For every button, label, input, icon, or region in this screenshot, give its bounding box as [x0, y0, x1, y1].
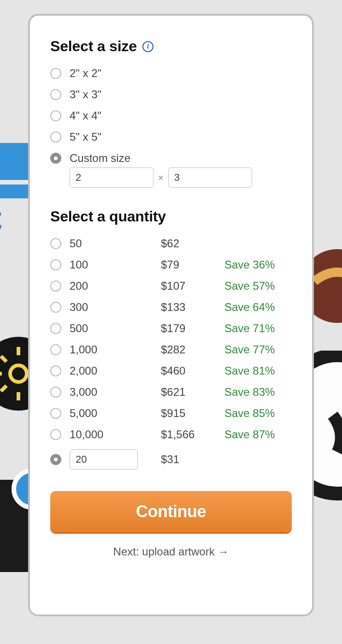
- radio-icon[interactable]: [50, 365, 61, 376]
- custom-size-inputs: ×: [70, 167, 292, 188]
- quantity-label: 200: [70, 280, 153, 292]
- size-option-label: 3" x 3": [70, 88, 101, 101]
- quantity-price: $179: [161, 322, 216, 335]
- size-option[interactable]: Custom size: [50, 152, 292, 165]
- size-option[interactable]: 2" x 2": [50, 67, 292, 80]
- size-option[interactable]: 3" x 3": [50, 88, 292, 101]
- quantity-option[interactable]: 3,000$621Save 83%: [50, 386, 292, 399]
- quantity-save: Save 81%: [224, 364, 292, 377]
- quantity-option-custom[interactable]: $31: [50, 449, 292, 470]
- radio-icon[interactable]: [50, 238, 61, 249]
- radio-icon[interactable]: [50, 344, 61, 355]
- quantity-label: 50: [70, 237, 153, 250]
- quantity-price: $133: [161, 301, 216, 314]
- radio-icon[interactable]: [50, 302, 61, 313]
- quantity-label: 5,000: [70, 407, 153, 420]
- radio-icon[interactable]: [50, 89, 61, 100]
- quantity-save: Save 36%: [224, 258, 292, 271]
- radio-icon[interactable]: [50, 408, 61, 419]
- radio-icon[interactable]: [50, 131, 61, 143]
- size-option[interactable]: 4" x 4": [50, 109, 292, 122]
- quantity-option[interactable]: 10,000$1,566Save 87%: [50, 428, 292, 441]
- radio-icon[interactable]: [50, 454, 61, 465]
- quantity-save: Save 85%: [224, 407, 292, 420]
- quantity-option[interactable]: 1,000$282Save 77%: [50, 343, 292, 356]
- quantity-label: 300: [70, 301, 153, 314]
- svg-rect-0: [0, 143, 32, 180]
- quantity-label: 1,000: [70, 343, 153, 356]
- quantity-label: 500: [70, 322, 153, 335]
- quantity-option[interactable]: 2,000$460Save 81%: [50, 364, 292, 377]
- quantity-save: Save 64%: [224, 301, 292, 314]
- continue-button[interactable]: Continue: [50, 491, 292, 532]
- radio-icon[interactable]: [50, 153, 61, 164]
- quantity-price: $1,566: [161, 428, 216, 441]
- info-icon[interactable]: i: [142, 41, 153, 52]
- radio-icon[interactable]: [50, 387, 61, 398]
- order-config-card: Select a size i 2" x 2"3" x 3"4" x 4"5" …: [28, 14, 314, 616]
- quantity-option[interactable]: 300$133Save 64%: [50, 301, 292, 314]
- custom-width-input[interactable]: [70, 167, 153, 188]
- quantity-save: Save 57%: [224, 280, 292, 292]
- radio-icon[interactable]: [50, 259, 61, 270]
- custom-quantity-price: $31: [161, 453, 216, 466]
- size-option-label: 2" x 2": [70, 67, 101, 80]
- radio-icon[interactable]: [50, 110, 61, 121]
- quantity-label: 100: [70, 258, 153, 271]
- quantity-save: Save 77%: [224, 343, 292, 356]
- custom-height-input[interactable]: [168, 167, 252, 188]
- times-separator: ×: [158, 173, 164, 183]
- quantity-price: $621: [161, 386, 216, 399]
- svg-text:c: c: [0, 185, 3, 247]
- radio-icon[interactable]: [50, 429, 61, 440]
- quantity-label: 2,000: [70, 364, 153, 377]
- quantity-option[interactable]: 5,000$915Save 85%: [50, 407, 292, 420]
- quantity-price: $62: [161, 237, 216, 250]
- quantity-option[interactable]: 50$62: [50, 237, 292, 250]
- quantity-option[interactable]: 200$107Save 57%: [50, 280, 292, 292]
- size-option-label: 5" x 5": [70, 131, 101, 143]
- size-option-label: Custom size: [70, 152, 130, 165]
- radio-icon[interactable]: [50, 68, 61, 79]
- size-heading-row: Select a size i: [50, 38, 292, 55]
- quantity-price: $460: [161, 364, 216, 377]
- size-option[interactable]: 5" x 5": [50, 131, 292, 143]
- size-option-label: 4" x 4": [70, 109, 101, 122]
- svg-rect-1: [0, 185, 32, 198]
- quantity-option-list: 50$62100$79Save 36%200$107Save 57%300$13…: [50, 237, 292, 470]
- radio-icon[interactable]: [50, 280, 61, 292]
- size-heading: Select a size: [50, 38, 137, 55]
- size-option-list: 2" x 2"3" x 3"4" x 4"5" x 5"Custom size: [50, 67, 292, 165]
- quantity-price: $915: [161, 407, 216, 420]
- quantity-price: $107: [161, 280, 216, 292]
- quantity-label: 10,000: [70, 428, 153, 441]
- quantity-price: $79: [161, 258, 216, 271]
- custom-quantity-input[interactable]: [70, 449, 138, 470]
- quantity-save: Save 83%: [224, 386, 292, 399]
- quantity-price: $282: [161, 343, 216, 356]
- quantity-save: Save 71%: [224, 322, 292, 335]
- quantity-heading: Select a quantity: [50, 208, 292, 225]
- quantity-option[interactable]: 500$179Save 71%: [50, 322, 292, 335]
- quantity-save: Save 87%: [224, 428, 292, 441]
- radio-icon[interactable]: [50, 323, 61, 334]
- next-step-text: Next: upload artwork →: [50, 545, 292, 558]
- quantity-option[interactable]: 100$79Save 36%: [50, 258, 292, 271]
- quantity-label: 3,000: [70, 386, 153, 399]
